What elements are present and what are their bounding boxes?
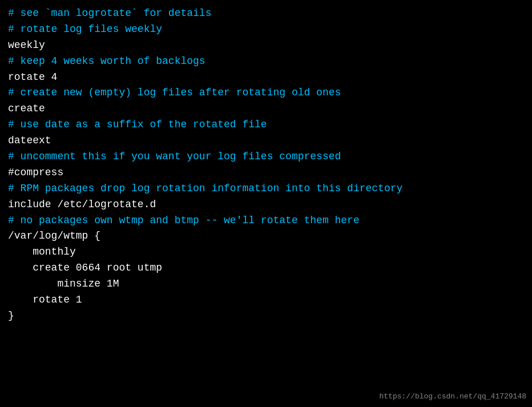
- code-line: # RPM packages drop log rotation informa…: [8, 181, 524, 197]
- code-line: # create new (empty) log files after rot…: [8, 85, 524, 101]
- watermark: https://blog.csdn.net/qq_41729148: [380, 391, 526, 402]
- code-line: rotate 4: [8, 70, 524, 86]
- code-line: rotate 1: [8, 292, 524, 308]
- code-line: create 0664 root utmp: [8, 260, 524, 276]
- code-line: # uncomment this if you want your log fi…: [8, 149, 524, 165]
- code-line: # rotate log files weekly: [8, 22, 524, 38]
- code-line: # no packages own wtmp and btmp -- we'll…: [8, 213, 524, 229]
- code-line: }: [8, 308, 524, 324]
- code-line: include /etc/logrotate.d: [8, 197, 524, 213]
- terminal-window: # see `man logrotate` for details# rotat…: [0, 0, 532, 407]
- code-line: dateext: [8, 133, 524, 149]
- code-line: # use date as a suffix of the rotated fi…: [8, 117, 524, 133]
- code-line: weekly: [8, 38, 524, 54]
- code-line: /var/log/wtmp {: [8, 228, 524, 244]
- code-line: monthly: [8, 244, 524, 260]
- code-line: minsize 1M: [8, 276, 524, 292]
- code-line: #compress: [8, 165, 524, 181]
- code-line: # keep 4 weeks worth of backlogs: [8, 54, 524, 70]
- code-line: # see `man logrotate` for details: [8, 6, 524, 22]
- code-line: create: [8, 101, 524, 117]
- code-content: # see `man logrotate` for details# rotat…: [8, 6, 524, 324]
